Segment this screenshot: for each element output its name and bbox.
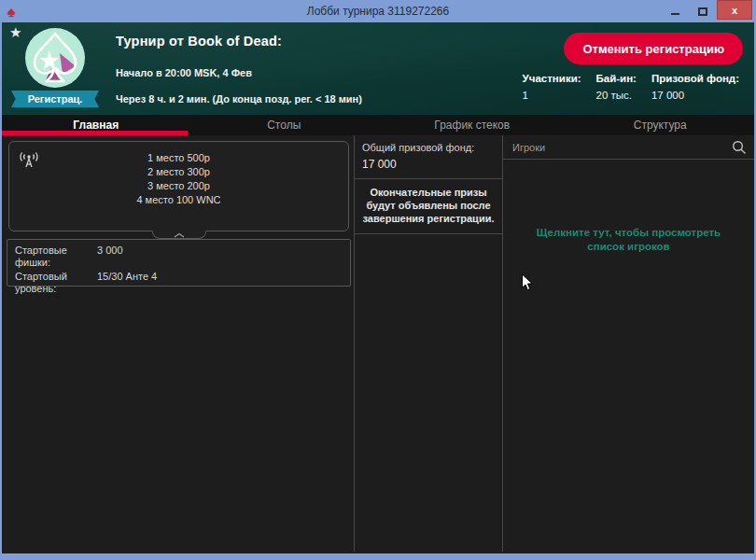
details-panel: Стартовые фишки: 3 000 Стартовый уровень… xyxy=(7,239,351,287)
prize-line: 3 место 200р xyxy=(9,179,348,193)
prize-line: 1 место 500р xyxy=(9,151,348,165)
players-column: Щелкните тут, чтобы просмотреть список и… xyxy=(503,135,754,552)
tab-main[interactable]: Главная xyxy=(2,115,190,135)
favorite-star-icon[interactable]: ★ xyxy=(9,24,21,41)
cancel-registration-button[interactable]: Отменить регистрацию xyxy=(564,33,743,64)
minimize-icon xyxy=(671,13,679,15)
prize-column: Общий призовой фонд: 17 000 Окончательны… xyxy=(355,135,503,552)
spade-logo-icon xyxy=(24,27,86,89)
show-players-link[interactable]: Щелкните тут, чтобы просмотреть список и… xyxy=(528,226,729,254)
lobby-content: 1 место 500р 2 место 300р 3 место 200р 4… xyxy=(2,135,754,552)
detail-starting-level: Стартовый уровень: 15/30 Анте 4 xyxy=(15,271,343,295)
start-time-text: Начало в 20:00 MSK, 4 Фев xyxy=(116,67,252,78)
tournament-logo xyxy=(24,27,86,89)
chevron-up-icon xyxy=(173,232,186,238)
prize-line: 4 место 100 WNC xyxy=(9,193,348,207)
tournament-header: ★ Регистрац. Турнир от Book of Dead: Нач… xyxy=(2,22,754,115)
search-icon[interactable] xyxy=(732,140,747,159)
status-badge: Регистрац. xyxy=(11,91,99,107)
player-search-bar xyxy=(503,135,754,160)
prizes-panel: 1 место 500р 2 место 300р 3 место 200р 4… xyxy=(8,141,349,231)
window-title: Лобби турнира 3119272266 xyxy=(0,5,756,18)
tab-structure[interactable]: Структура xyxy=(567,115,755,135)
prize-line: 2 место 300р xyxy=(9,165,348,179)
player-search-input[interactable] xyxy=(503,142,754,153)
close-button[interactable]: x xyxy=(717,0,752,20)
stat-prize-pool: Призовой фонд: 17 000 xyxy=(651,73,739,101)
maximize-icon xyxy=(698,7,707,16)
maximize-button[interactable] xyxy=(689,0,717,22)
countdown-text: Через 8 ч. и 2 мин. (До конца позд. рег.… xyxy=(116,93,362,105)
detail-starting-chips: Стартовые фишки: 3 000 xyxy=(15,245,343,269)
titlebar[interactable]: ♠ Лобби турнира 3119272266 x xyxy=(0,0,756,22)
stat-buyin: Бай-ин: 20 тыс. xyxy=(596,73,637,101)
tab-stack-chart[interactable]: График стеков xyxy=(378,115,567,135)
prize-list: 1 место 500р 2 место 300р 3 место 200р 4… xyxy=(9,151,348,207)
tab-tables[interactable]: Столы xyxy=(190,115,379,135)
main-column: 1 место 500р 2 место 300р 3 место 200р 4… xyxy=(2,135,355,552)
tournament-title: Турнир от Book of Dead: xyxy=(116,34,282,49)
minimize-button[interactable] xyxy=(661,0,689,22)
collapse-handle[interactable] xyxy=(152,231,206,239)
final-prizes-note: Окончательные призы будут объявлены посл… xyxy=(355,179,502,234)
tournament-stats: Участники: 1 Бай-ин: 20 тыс. Призовой фо… xyxy=(523,73,739,101)
tabbar: Главная Столы График стеков Структура xyxy=(2,115,754,135)
tournament-lobby-window: ♠ Лобби турнира 3119272266 x ★ Регистрац… xyxy=(0,0,756,560)
total-prize-pool: Общий призовой фонд: 17 000 xyxy=(355,135,502,179)
stat-participants: Участники: 1 xyxy=(523,73,581,101)
